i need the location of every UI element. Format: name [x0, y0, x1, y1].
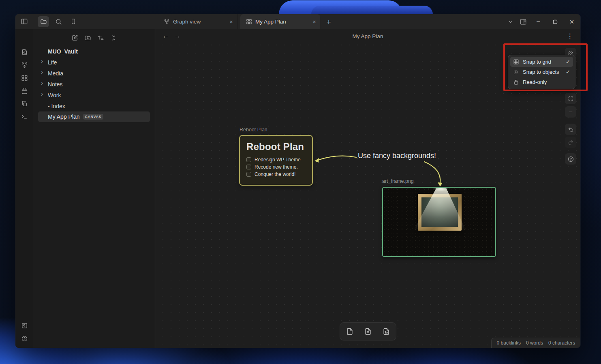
folder-life[interactable]: › Life — [38, 57, 150, 68]
tab-my-app-plan-label: My App Plan — [255, 19, 286, 25]
bookmarks-view-button[interactable] — [68, 16, 79, 27]
search-view-button[interactable] — [53, 16, 64, 27]
add-note-button[interactable] — [360, 324, 376, 338]
vault-switcher-button[interactable] — [19, 320, 30, 331]
navigate-back-button[interactable]: ← — [160, 31, 171, 41]
quick-switcher-button[interactable] — [19, 47, 30, 57]
chevrons-collapse-icon — [110, 34, 117, 41]
new-note-button[interactable] — [69, 32, 80, 43]
canvas-icon — [246, 19, 252, 25]
daily-note-button[interactable] — [19, 86, 30, 96]
arrowhead-down — [438, 182, 443, 186]
calendar-icon — [21, 88, 28, 94]
folder-notes[interactable]: › Notes — [38, 79, 150, 90]
terminal-button[interactable] — [19, 111, 30, 122]
folder-plus-icon — [84, 34, 91, 41]
new-canvas-button[interactable] — [19, 73, 30, 83]
tab-graph-view[interactable]: Graph view × — [158, 14, 237, 29]
new-folder-button[interactable] — [82, 32, 93, 43]
checkbox[interactable] — [246, 157, 251, 162]
folder-work[interactable]: › Work — [38, 90, 150, 101]
undo-icon — [568, 126, 574, 133]
menu-item-read-only[interactable]: Read-only — [510, 77, 573, 87]
folder-label: Media — [48, 70, 63, 77]
more-vertical-icon: ⋮ — [567, 33, 573, 40]
status-bar: 0 backlinks 0 words 0 characters — [491, 338, 580, 348]
collapse-all-button[interactable] — [108, 32, 119, 43]
add-card-button[interactable] — [342, 324, 357, 338]
undo-button[interactable] — [565, 124, 576, 135]
minimize-icon: − — [536, 19, 540, 25]
image-card-label: art_frame.png — [382, 178, 414, 184]
new-tab-button[interactable]: + — [323, 17, 334, 27]
file-search-icon — [21, 49, 28, 56]
wallpaper-bloom-arc-inner — [311, 6, 433, 14]
arrow-to-image — [424, 162, 440, 183]
canvas-text-annotation[interactable]: Use fancy backgrounds! — [358, 152, 436, 160]
tab-list-dropdown-button[interactable] — [504, 16, 516, 27]
graph-view-button[interactable] — [19, 60, 30, 70]
view-header: My App Plan ← → ⋮ — [155, 29, 580, 43]
toggle-right-sidebar-button[interactable] — [517, 16, 529, 27]
add-media-button[interactable] — [379, 324, 394, 338]
folder-media[interactable]: › Media — [38, 68, 150, 79]
zoom-out-button[interactable]: − — [565, 106, 576, 118]
file-explorer: MUO_Vault › Life › Media › Notes › Work … — [33, 29, 155, 348]
art-frame-image-card[interactable] — [382, 187, 496, 257]
help-circle-icon — [21, 335, 28, 342]
file-my-app-plan[interactable]: My App Plan CANVAS — [38, 111, 150, 122]
vault-title[interactable]: MUO_Vault — [38, 46, 150, 57]
file-text-icon — [364, 328, 372, 336]
todo-item[interactable]: Redesign WP Theme — [246, 156, 306, 163]
close-icon: × — [569, 18, 574, 26]
obsidian-window: Graph view × My App Plan × + − — [15, 14, 580, 348]
file-index[interactable]: - Index — [38, 101, 150, 111]
card-label: Reboot Plan — [240, 127, 267, 133]
chevron-right-icon: › — [41, 90, 43, 98]
check-icon: ✓ — [566, 59, 570, 65]
menu-item-label: Read-only — [523, 79, 547, 85]
reboot-plan-card[interactable]: Reboot Plan Redesign WP Theme Recode new… — [239, 135, 313, 186]
sort-order-button[interactable] — [95, 32, 106, 43]
arrow-right-icon: → — [174, 32, 181, 40]
tab-my-app-plan-close-icon[interactable]: × — [312, 18, 316, 25]
zoom-to-fit-button[interactable] — [565, 93, 576, 104]
ribbon — [15, 29, 33, 348]
redo-button[interactable] — [565, 137, 576, 148]
folder-icon — [40, 18, 47, 25]
window-close-button[interactable]: × — [566, 16, 578, 27]
todo-item[interactable]: Recode new theme. — [246, 163, 306, 171]
grid-icon — [513, 59, 519, 65]
more-options-button[interactable]: ⋮ — [565, 31, 575, 41]
copy-icon — [21, 101, 28, 107]
maximize-fit-icon — [568, 96, 574, 102]
backlinks-count: 0 backlinks — [497, 340, 521, 346]
window-maximize-button[interactable] — [549, 16, 561, 27]
chevron-right-icon: › — [41, 58, 43, 65]
files-view-button[interactable] — [38, 16, 49, 27]
todo-label: Conquer the world! — [255, 171, 295, 177]
menu-item-snap-to-objects[interactable]: Snap to objects ✓ — [510, 67, 573, 77]
ribbon-help-button[interactable] — [19, 333, 30, 344]
tab-my-app-plan[interactable]: My App Plan × — [240, 14, 320, 29]
checkbox[interactable] — [246, 165, 251, 169]
checkbox[interactable] — [246, 172, 251, 177]
settings-button[interactable] — [19, 346, 30, 348]
toggle-left-sidebar-button[interactable] — [19, 16, 30, 27]
character-count: 0 characters — [548, 340, 575, 346]
chevron-down-icon — [507, 19, 513, 25]
todo-item[interactable]: Conquer the world! — [246, 171, 306, 178]
file-icon — [346, 328, 354, 336]
canvas-toolbar — [340, 322, 396, 340]
graph-icon — [164, 19, 170, 25]
todo-label: Recode new theme. — [255, 164, 298, 170]
arrow-left-icon: ← — [163, 32, 169, 40]
canvas-help-button[interactable] — [565, 153, 576, 165]
menu-item-snap-to-grid[interactable]: Snap to grid ✓ — [510, 57, 573, 67]
chevron-right-icon: › — [41, 69, 43, 76]
templates-button[interactable] — [19, 98, 30, 109]
window-minimize-button[interactable]: − — [532, 16, 544, 27]
terminal-icon — [21, 113, 28, 120]
navigate-forward-button[interactable]: → — [172, 31, 183, 41]
tab-graph-view-close-icon[interactable]: × — [229, 18, 233, 25]
